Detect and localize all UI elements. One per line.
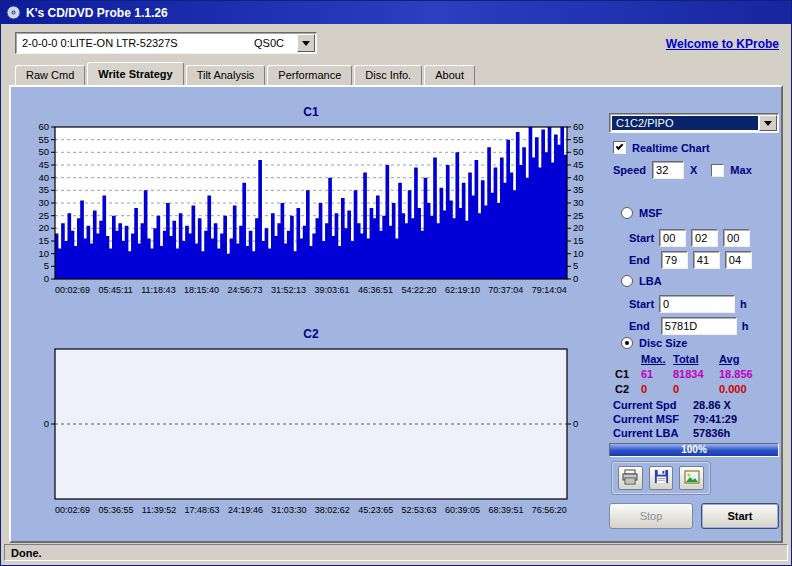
tab-raw-cmd[interactable]: Raw Cmd bbox=[15, 65, 85, 85]
svg-text:50: 50 bbox=[38, 146, 49, 157]
x-tick-label: 38:02:62 bbox=[315, 505, 350, 515]
max-speed-label: Max bbox=[730, 164, 751, 176]
svg-text:0: 0 bbox=[573, 273, 578, 284]
tab-strip: Raw Cmd Write Strategy Tilt Analysis Per… bbox=[15, 62, 477, 85]
x-tick-label: 17:48:63 bbox=[185, 505, 220, 515]
svg-text:5: 5 bbox=[44, 260, 49, 271]
x-tick-label: 52:53:63 bbox=[402, 505, 437, 515]
svg-text:30: 30 bbox=[38, 197, 49, 208]
titlebar[interactable]: K's CD/DVD Probe 1.1.26 bbox=[1, 1, 791, 24]
x-tick-label: 60:39:05 bbox=[445, 505, 480, 515]
export-image-icon bbox=[684, 470, 700, 487]
mode-selector[interactable]: C1C2/PIPO bbox=[609, 113, 779, 133]
current-lba-label: Current LBA bbox=[613, 427, 693, 439]
lba-end-input[interactable] bbox=[661, 317, 737, 335]
disc-size-radio[interactable] bbox=[621, 337, 633, 349]
msf-start-sec-input[interactable] bbox=[691, 229, 718, 247]
chevron-down-icon bbox=[302, 41, 310, 46]
x-tick-label: 70:37:04 bbox=[488, 285, 523, 295]
window-title: K's CD/DVD Probe 1.1.26 bbox=[26, 6, 168, 20]
disc-size-label: Disc Size bbox=[639, 337, 687, 349]
tab-about[interactable]: About bbox=[424, 65, 475, 85]
msf-end-frame-input[interactable] bbox=[725, 251, 752, 269]
progress-percent: 100% bbox=[610, 444, 778, 456]
realtime-chart-checkbox[interactable] bbox=[613, 141, 626, 154]
x-tick-label: 79:14:04 bbox=[532, 285, 567, 295]
x-tick-label: 24:19:46 bbox=[228, 505, 263, 515]
lba-end-label: End bbox=[629, 320, 650, 332]
device-selector-value: 2-0-0-0 0:LITE-ON LTR-52327S bbox=[22, 37, 178, 49]
chevron-down-icon bbox=[764, 121, 772, 126]
device-selector[interactable]: 2-0-0-0 0:LITE-ON LTR-52327S QS0C bbox=[15, 32, 317, 54]
x-tick-label: 45:23:65 bbox=[358, 505, 393, 515]
start-button[interactable]: Start bbox=[701, 503, 779, 529]
x-tick-label: 00:02:69 bbox=[55, 285, 90, 295]
mode-dropdown-button[interactable] bbox=[759, 115, 777, 131]
control-panel: C1C2/PIPO Realtime Chart Speed X Max MSF bbox=[607, 87, 779, 541]
msf-radio[interactable] bbox=[621, 207, 633, 219]
tab-page: C1 0055101015152020252530303535404045455… bbox=[9, 85, 783, 543]
x-tick-label: 11:39:52 bbox=[142, 505, 176, 515]
c1-total-value: 81834 bbox=[673, 368, 719, 380]
msf-end-sec-input[interactable] bbox=[693, 251, 720, 269]
status-bar: Done. bbox=[3, 543, 789, 563]
stats-row-c1-label: C1 bbox=[615, 368, 641, 380]
msf-label: MSF bbox=[639, 207, 662, 219]
stats-header-max: Max. bbox=[641, 353, 673, 365]
svg-text:0: 0 bbox=[573, 418, 578, 429]
x-tick-label: 62:19:10 bbox=[445, 285, 480, 295]
x-tick-label: 31:52:13 bbox=[271, 285, 306, 295]
svg-text:5: 5 bbox=[573, 260, 578, 271]
print-button[interactable] bbox=[618, 466, 643, 490]
x-tick-label: 76:56:20 bbox=[532, 505, 567, 515]
max-speed-checkbox[interactable] bbox=[711, 164, 724, 177]
svg-text:50: 50 bbox=[573, 146, 584, 157]
stats-table: Max. Total Avg C1 61 81834 18.856 C2 0 0… bbox=[615, 353, 779, 395]
svg-text:20: 20 bbox=[573, 222, 584, 233]
current-lba-value: 57836h bbox=[693, 427, 730, 439]
svg-text:0: 0 bbox=[44, 273, 49, 284]
svg-text:15: 15 bbox=[573, 235, 584, 246]
c2-max-value: 0 bbox=[641, 383, 673, 395]
tab-write-strategy[interactable]: Write Strategy bbox=[87, 62, 183, 85]
svg-text:55: 55 bbox=[38, 134, 49, 145]
svg-text:30: 30 bbox=[573, 197, 584, 208]
current-spd-label: Current Spd bbox=[613, 399, 693, 411]
svg-text:35: 35 bbox=[573, 184, 584, 195]
tab-performance[interactable]: Performance bbox=[267, 65, 352, 85]
c1-max-value: 61 bbox=[641, 368, 673, 380]
welcome-link[interactable]: Welcome to KProbe bbox=[666, 37, 779, 51]
c2-avg-value: 0.000 bbox=[719, 383, 779, 395]
c2-x-axis-labels: 00:02:6905:36:5511:39:5217:48:6324:19:46… bbox=[55, 505, 567, 515]
x-tick-label: 11:18:43 bbox=[141, 285, 175, 295]
c2-plot: 00 bbox=[25, 343, 597, 505]
lba-start-unit: h bbox=[740, 298, 747, 310]
lba-start-input[interactable] bbox=[659, 295, 735, 313]
status-text: Done. bbox=[4, 544, 788, 561]
lba-radio[interactable] bbox=[621, 275, 633, 287]
msf-end-min-input[interactable] bbox=[661, 251, 688, 269]
svg-text:20: 20 bbox=[38, 222, 49, 233]
svg-text:60: 60 bbox=[573, 121, 584, 132]
printer-icon bbox=[621, 469, 639, 488]
chart-actions-group bbox=[611, 461, 711, 495]
app-icon bbox=[6, 5, 21, 20]
x-tick-label: 31:03:30 bbox=[271, 505, 306, 515]
tab-disc-info[interactable]: Disc Info. bbox=[354, 65, 422, 85]
speed-input[interactable] bbox=[652, 161, 684, 179]
x-tick-label: 18:15:40 bbox=[184, 285, 219, 295]
msf-start-min-input[interactable] bbox=[659, 229, 686, 247]
x-tick-label: 24:56:73 bbox=[228, 285, 263, 295]
stop-button[interactable]: Stop bbox=[609, 503, 693, 529]
save-button[interactable] bbox=[649, 466, 674, 490]
export-image-button[interactable] bbox=[679, 466, 704, 490]
c2-chart-title: C2 bbox=[25, 327, 597, 343]
svg-text:55: 55 bbox=[573, 134, 584, 145]
tab-tilt-analysis[interactable]: Tilt Analysis bbox=[186, 65, 266, 85]
x-tick-label: 05:45:11 bbox=[98, 285, 132, 295]
device-dropdown-button[interactable] bbox=[297, 34, 315, 52]
c2-chart: C2 00 00:02:6905:36:5511:39:5217:48:6324… bbox=[25, 327, 597, 515]
device-firmware: QS0C bbox=[254, 37, 284, 49]
msf-start-frame-input[interactable] bbox=[723, 229, 750, 247]
current-spd-value: 28.86 X bbox=[693, 399, 731, 411]
